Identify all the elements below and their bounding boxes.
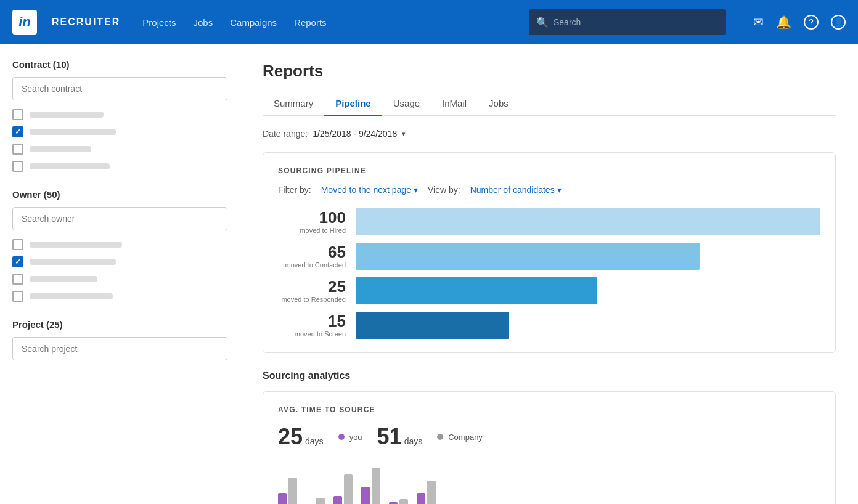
bar-label-group: 25 moved to Responded [278,278,346,303]
mini-bar-group [389,499,408,504]
bar-sublabel: moved to Hired [278,227,346,234]
mini-bar-group [306,498,325,504]
owner-checkbox-1[interactable] [12,239,23,250]
bar-sublabel: moved to Screen [278,330,346,338]
tab-summary[interactable]: Summary [263,92,324,116]
sourcing-analytics-title: Sourcing analytics [263,370,836,381]
owner-label-bar-1 [30,242,122,248]
bar-value: 25 [278,278,346,295]
nav-campaigns[interactable]: Campaigns [230,17,277,28]
mini-bar-you [417,493,425,504]
main-layout: Contract (10) Owner (50) [0,44,858,504]
bar-track [356,277,820,304]
global-search-input[interactable] [554,17,719,27]
project-search-input[interactable] [12,337,227,360]
filter-by-dropdown[interactable]: Moved to the next page ▾ [321,185,418,195]
bar-value: 65 [278,244,346,260]
mini-bar-you [361,487,370,504]
contract-label-bar-3 [30,146,91,152]
contract-item-4 [12,161,227,172]
company-stat: 51 days [377,424,423,450]
search-icon: 🔍 [536,17,549,28]
help-icon[interactable]: ? [804,15,819,30]
pipeline-bar-row: 15 moved to Screen [278,312,820,339]
owner-checkbox-4[interactable] [12,291,23,302]
bar-label-group: 100 moved to Hired [278,209,346,234]
bar-label-group: 15 moved to Screen [278,313,346,338]
bar-label-group: 65 moved to Contacted [278,244,346,269]
contract-checkbox-4[interactable] [12,161,23,172]
date-range-chevron[interactable]: ▾ [402,130,406,138]
you-days-value: 25 [278,424,303,450]
mini-bar-you [333,496,342,504]
contract-checkbox-3[interactable] [12,144,23,155]
nav-icon-group: ✉ 🔔 ? 👤 [753,15,846,30]
date-range-value[interactable]: 1/25/2018 - 9/24/2018 [313,129,397,139]
contract-checkbox-2[interactable] [12,126,23,137]
nav-jobs[interactable]: Jobs [194,17,213,28]
bell-icon[interactable]: 🔔 [776,15,791,30]
contract-checkbox-1[interactable] [12,109,23,120]
tab-jobs[interactable]: Jobs [478,92,520,116]
date-range-row: Date range: 1/25/2018 - 9/24/2018 ▾ [263,129,836,139]
nav-reports[interactable]: Reports [294,17,327,28]
tab-pipeline[interactable]: Pipeline [324,92,382,116]
sourcing-pipeline-title: SOURCING PIPELINE [278,166,820,175]
project-filter-section: Project (25) [12,319,227,369]
tab-usage[interactable]: Usage [382,92,431,116]
owner-label-bar-2 [30,259,116,265]
date-range-label: Date range: [263,129,308,139]
project-filter-title: Project (25) [12,319,227,330]
sourcing-pipeline-card: SOURCING PIPELINE Filter by: Moved to th… [263,152,836,353]
pipeline-bar-row: 65 moved to Contacted [278,243,820,270]
mini-bar-you [278,493,287,504]
you-legend: you [338,433,362,442]
pipeline-filter-row: Filter by: Moved to the next page ▾ View… [278,185,820,195]
pipeline-bar-chart: 100 moved to Hired 65 moved to Contacted… [278,208,820,339]
bar-fill [356,312,509,339]
owner-label-bar-3 [30,276,97,282]
bar-sublabel: moved to Responded [278,296,346,303]
owner-item-2 [12,256,227,267]
company-legend-dot [437,434,443,440]
owner-label-bar-4 [30,293,113,299]
mail-icon[interactable]: ✉ [753,15,764,30]
mini-bar-company [316,498,325,504]
contract-item-2 [12,126,227,137]
filter-by-value: Moved to the next page [321,185,411,195]
avg-stats-row: 25 days you 51 days Company [278,424,820,450]
mini-bar-company [344,474,353,504]
top-navigation: in RECRUITER Projects Jobs Campaigns Rep… [0,0,858,44]
linkedin-logo[interactable]: in [12,10,37,35]
owner-checkbox-2[interactable] [12,256,23,267]
avg-section-title: AVG. TIME TO SOURCE [278,405,820,414]
owner-checkbox-3[interactable] [12,274,23,285]
report-tabs: Summary Pipeline Usage InMail Jobs [263,92,836,116]
filter-chevron-icon: ▾ [414,185,418,195]
you-days-label: days [305,436,324,446]
tab-inmail[interactable]: InMail [431,92,478,116]
view-by-value: Number of candidates [470,185,555,195]
nav-projects[interactable]: Projects [142,17,176,28]
contract-filter-title: Contract (10) [12,59,227,70]
company-legend: Company [437,433,483,442]
view-by-dropdown[interactable]: Number of candidates ▾ [470,185,562,195]
brand-name: RECRUITER [52,17,120,28]
mini-bar-chart [278,462,820,504]
owner-search-input[interactable] [12,207,227,230]
global-search-bar[interactable]: 🔍 [529,9,726,35]
mini-bar-company [372,468,380,504]
user-icon[interactable]: 👤 [831,15,846,30]
mini-bar-company [427,481,436,504]
main-content: Reports Summary Pipeline Usage InMail Jo… [240,44,858,504]
filter-by-label: Filter by: [278,185,311,195]
page-title: Reports [263,62,836,81]
you-legend-label: you [349,433,362,442]
mini-bar-group [333,474,353,504]
main-nav-links: Projects Jobs Campaigns Reports [142,17,326,28]
bar-track [356,208,820,235]
contract-filter-section: Contract (10) [12,59,227,172]
contract-label-bar-4 [30,163,110,169]
mini-bar-group [361,468,380,504]
contract-search-input[interactable] [12,77,227,100]
